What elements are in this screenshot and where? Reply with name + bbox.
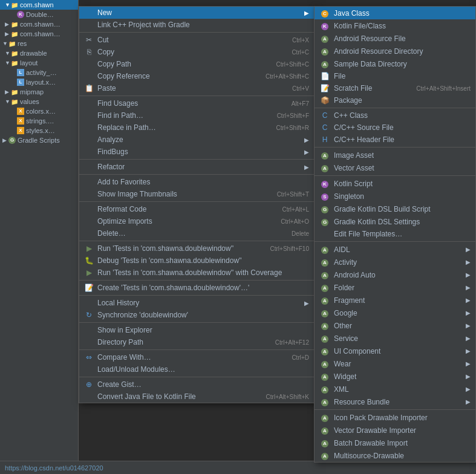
tree-item-values[interactable]: ▼ 📁 values [0, 97, 78, 106]
separator [79, 159, 314, 160]
menu-item-convert-kotlin[interactable]: Convert Java File to Kotlin File Ctrl+Al… [79, 391, 314, 403]
submenu-item-google[interactable]: A Google ▶ [315, 307, 475, 319]
submenu-item-resource-bundle[interactable]: A Resource Bundle ▶ [315, 395, 475, 408]
shortcut-label: Ctrl+Alt+L [270, 206, 309, 213]
menu-item-create-gist[interactable]: ⊕ Create Gist… [79, 378, 314, 391]
submenu-item-package[interactable]: 📦 Package [315, 94, 475, 106]
submenu-item-java-class[interactable]: C Java Class [315, 7, 475, 19]
submenu-arrow: ▶ [466, 259, 471, 265]
shortcut-label: Ctrl+Shift+T [265, 191, 309, 198]
menu-item-replace-in-path[interactable]: Replace in Path… Ctrl+Shift+R [79, 122, 314, 134]
menu-item-label: Copy Path [97, 60, 264, 68]
copy-icon: ⎘ [84, 48, 94, 56]
submenu-item-label: Kotlin Script [334, 180, 373, 188]
submenu-item-android-resource-dir[interactable]: A Android Resource Directory [315, 45, 475, 57]
submenu-item-android-auto[interactable]: A Android Auto ▶ [315, 268, 475, 281]
tree-item-mipmap[interactable]: ▶ 📁 mipmap [0, 87, 78, 97]
submenu-item-vector-drawable[interactable]: A Vector Drawable Importer [315, 424, 475, 437]
menu-item-compare-with[interactable]: ⇔ Compare With… Ctrl+D [79, 351, 314, 363]
submenu-item-xml[interactable]: A XML ▶ [315, 383, 475, 395]
folder-icon: 📁 [11, 60, 18, 67]
submenu-item-ui-component[interactable]: A UI Component ▶ [315, 345, 475, 357]
tree-item-com-shawn-3[interactable]: ▶ 📁 com.shawn… [0, 29, 78, 39]
tree-item-res[interactable]: ▼ 📁 res [0, 39, 78, 48]
menu-item-optimize-imports[interactable]: Optimize Imports Ctrl+Alt+O [79, 215, 314, 227]
menu-item-copy-reference[interactable]: Copy Reference Ctrl+Alt+Shift+C [79, 70, 314, 82]
submenu-item-kotlin-script[interactable]: K Kotlin Script [315, 177, 475, 190]
submenu-item-folder[interactable]: A Folder ▶ [315, 281, 475, 294]
submenu-item-sample-data-dir[interactable]: A Sample Data Directory [315, 57, 475, 70]
menu-item-cut[interactable]: ✂ Cut Ctrl+X [79, 34, 314, 46]
submenu-item-widget[interactable]: A Widget ▶ [315, 370, 475, 383]
submenu-item-gradle-build[interactable]: G Gradle Kotlin DSL Build Script [315, 203, 475, 215]
menu-item-find-in-path[interactable]: Find in Path… Ctrl+Shift+F [79, 109, 314, 122]
menu-item-find-usages[interactable]: Find Usages Alt+F7 [79, 97, 314, 109]
menu-item-label: Show Image Thumbnails [97, 190, 265, 198]
menu-item-show-thumbnails[interactable]: Show Image Thumbnails Ctrl+Shift+T [79, 188, 314, 200]
submenu-item-image-asset[interactable]: A Image Asset [315, 149, 475, 161]
menu-item-delete[interactable]: Delete… Delete [79, 227, 314, 239]
submenu-item-fragment[interactable]: A Fragment ▶ [315, 294, 475, 307]
menu-item-findbugs[interactable]: FindBugs ▶ [79, 146, 314, 158]
tree-item-layout[interactable]: ▼ 📁 layout [0, 58, 78, 68]
submenu-item-label: C/C++ Source File [334, 123, 394, 132]
submenu-item-activity[interactable]: A Activity ▶ [315, 256, 475, 268]
gradle-build-icon: G [319, 204, 330, 213]
submenu-item-vector-asset[interactable]: A Vector Asset [315, 161, 475, 174]
tree-item-gradle-scripts[interactable]: ▶ G Gradle Scripts [0, 135, 78, 145]
submenu-item-label: Package [334, 96, 362, 105]
tree-item-colors[interactable]: X colors.x… [0, 106, 78, 116]
submenu-item-edit-templates[interactable]: Edit File Templates… [315, 228, 475, 240]
submenu-item-cpp-header[interactable]: H C/C++ Header File [315, 134, 475, 146]
tree-item-strings[interactable]: X strings.… [0, 116, 78, 126]
submenu-item-aidl[interactable]: A AIDL ▶ [315, 243, 475, 256]
submenu-item-icon-pack[interactable]: A Icon Pack Drawable Importer [315, 411, 475, 424]
menu-item-synchronize[interactable]: ↻ Synchronize 'doublewindow' [79, 309, 314, 321]
create-icon: 📝 [84, 284, 94, 292]
menu-item-analyze[interactable]: Analyze ▶ [79, 134, 314, 146]
submenu-item-android-resource-file[interactable]: A Android Resource File [315, 32, 475, 45]
menu-item-show-explorer[interactable]: Show in Explorer [79, 324, 314, 336]
menu-item-label: Add to Favorites [97, 178, 309, 186]
menu-item-directory-path[interactable]: Directory Path Ctrl+Alt+F12 [79, 336, 314, 348]
menu-item-copy[interactable]: ⎘ Copy Ctrl+C [79, 46, 314, 58]
xml-icon: X [17, 117, 24, 125]
menu-item-label: Analyze [97, 135, 304, 144]
submenu-item-cpp-source[interactable]: C C/C++ Source File [315, 122, 475, 134]
submenu-item-cpp-class[interactable]: C C++ Class [315, 109, 475, 122]
menu-item-copy-path[interactable]: Copy Path Ctrl+Shift+C [79, 58, 314, 70]
submenu-item-kotlin-file[interactable]: K Kotlin File/Class [315, 19, 475, 32]
submenu-item-gradle-settings[interactable]: G Gradle Kotlin DSL Settings [315, 215, 475, 228]
submenu-item-singleton[interactable]: S Singleton [315, 190, 475, 203]
tree-item-activity[interactable]: L activity_… [0, 68, 78, 77]
tree-item-layout-x[interactable]: L layout.x… [0, 77, 78, 87]
tree-arrow: ▶ [5, 89, 11, 95]
menu-item-link-cpp[interactable]: Link C++ Project with Gradle [79, 19, 314, 31]
submenu-arrow: ▶ [466, 386, 471, 392]
status-bar-url: https://blog.csdn.net/u014627020 [5, 464, 103, 472]
menu-item-refactor[interactable]: Refactor ▶ [79, 161, 314, 173]
tree-item-com-shawn[interactable]: ▼ 📁 com.shawn [0, 0, 78, 10]
menu-item-local-history[interactable]: Local History ▶ [79, 297, 314, 309]
menu-item-debug-tests[interactable]: 🐛 Debug 'Tests in 'com.shawna.doublewind… [79, 255, 314, 267]
submenu-item-file[interactable]: 📄 File [315, 70, 475, 82]
menu-item-new[interactable]: New ▶ [79, 7, 314, 19]
submenu-item-scratch-file[interactable]: 📝 Scratch File Ctrl+Alt+Shift+Insert [315, 82, 475, 94]
menu-item-reformat[interactable]: Reformat Code Ctrl+Alt+L [79, 203, 314, 215]
menu-item-run-coverage[interactable]: ▶ Run 'Tests in 'com.shawna.doublewindow… [79, 267, 314, 279]
tree-item-styles[interactable]: X styles.x… [0, 126, 78, 135]
tree-item-com-shawn-2[interactable]: ▶ 📁 com.shawn… [0, 19, 78, 29]
submenu-item-multisource-drawable[interactable]: A Multisource-Drawable [315, 449, 475, 462]
submenu-item-service[interactable]: A Service ▶ [315, 332, 475, 345]
tree-item-double[interactable]: K Double… [0, 10, 78, 19]
menu-item-run-tests[interactable]: ▶ Run 'Tests in 'com.shawna.doublewindow… [79, 242, 314, 255]
menu-item-paste[interactable]: 📋 Paste Ctrl+V [79, 82, 314, 94]
submenu-item-other[interactable]: A Other ▶ [315, 319, 475, 332]
tree-item-drawable[interactable]: ▼ 📁 drawable [0, 48, 78, 58]
project-tree: ▼ 📁 com.shawn K Double… ▶ 📁 com.shawn… ▶… [0, 0, 79, 474]
menu-item-create-tests[interactable]: 📝 Create 'Tests in 'com.shawna.doublewin… [79, 282, 314, 294]
submenu-item-wear[interactable]: A Wear ▶ [315, 357, 475, 370]
menu-item-add-favorites[interactable]: Add to Favorites [79, 176, 314, 188]
menu-item-load-modules[interactable]: Load/Unload Modules… [79, 363, 314, 375]
submenu-item-batch-drawable[interactable]: A Batch Drawable Import [315, 437, 475, 449]
